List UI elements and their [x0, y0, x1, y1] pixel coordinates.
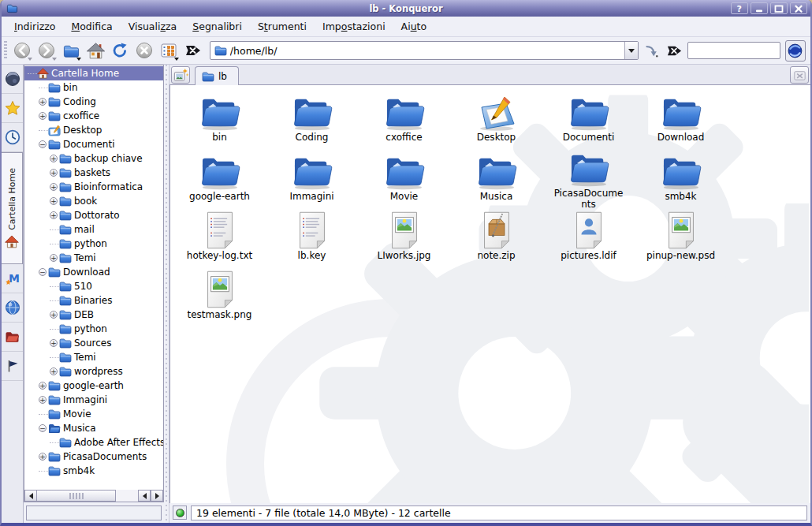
tree-item-bioinformatica[interactable]: +Bioinformatica	[24, 180, 163, 194]
scroll-right-button[interactable]	[151, 490, 163, 502]
file-movie[interactable]: Movie	[358, 149, 450, 208]
file-pictures-ldif[interactable]: pictures.ldif	[542, 208, 635, 267]
sidebar-panel-root-folder[interactable]	[2, 323, 23, 352]
window-minimize-button[interactable]	[751, 2, 768, 14]
tree-item-picasadocuments[interactable]: +PicasaDocuments	[24, 450, 163, 464]
tree-item-musica[interactable]: −Musica	[24, 421, 163, 435]
tree-item-adobe-after-effects-7[interactable]: Adobe After Effects 7	[24, 435, 163, 450]
sidebar-panel-web-sidebar[interactable]	[2, 65, 23, 94]
expander-minus-icon[interactable]: −	[39, 140, 47, 148]
file-musica[interactable]: Musica	[450, 149, 542, 208]
menu-segnalibri[interactable]: Segnalibri	[184, 18, 250, 35]
sidebar-panel-home-folder[interactable]: Cartella Home	[2, 152, 23, 264]
location-input[interactable]	[230, 45, 624, 57]
expander-plus-icon[interactable]: +	[39, 112, 47, 120]
file-coding[interactable]: Coding	[266, 90, 358, 149]
menu-visualizza[interactable]: Visualizza	[121, 18, 185, 35]
file-picasadocuments[interactable]: PicasaDocuments	[542, 149, 635, 208]
tree-item-coding[interactable]: +Coding	[24, 95, 163, 109]
scroll-left-button[interactable]	[24, 490, 37, 502]
file-pinup-new-psd[interactable]: pinup-new.psd	[635, 208, 727, 267]
expander-plus-icon[interactable]: +	[50, 339, 58, 347]
up-button[interactable]	[60, 39, 83, 62]
tree-item-bin[interactable]: bin	[24, 80, 163, 95]
titlebar[interactable]: lb - Konqueror	[2, 0, 810, 17]
tree-item-baskets[interactable]: +baskets	[24, 166, 163, 180]
expander-plus-icon[interactable]: +	[50, 211, 58, 219]
tree-item-temi[interactable]: Temi	[24, 350, 163, 364]
tree-item-desktop[interactable]: Desktop	[24, 123, 163, 137]
expander-plus-icon[interactable]: +	[50, 367, 58, 375]
expander-plus-icon[interactable]: +	[39, 98, 47, 106]
file-google-earth[interactable]: google-earth	[173, 149, 266, 208]
file-immagini[interactable]: Immagini	[266, 149, 358, 208]
tree-item-mail[interactable]: mail	[24, 222, 163, 237]
tree-item-movie[interactable]: Movie	[24, 407, 163, 421]
file-view[interactable]: binCodingcxofficeDesktopDocumentiDownloa…	[169, 85, 810, 503]
tree-item-dottorato[interactable]: +Dottorato	[24, 208, 163, 222]
file-smb4k[interactable]: smb4k	[635, 149, 727, 208]
search-input[interactable]	[687, 42, 780, 59]
expander-plus-icon[interactable]: +	[50, 169, 58, 177]
expander-plus-icon[interactable]: +	[39, 382, 47, 390]
tree-item-immagini[interactable]: +Immagini	[24, 393, 163, 407]
expander-plus-icon[interactable]: +	[39, 396, 47, 404]
scroll-left-button-2[interactable]	[138, 490, 151, 502]
tree-item-book[interactable]: +book	[24, 194, 163, 208]
location-dropdown-button[interactable]	[624, 42, 638, 59]
expander-plus-icon[interactable]: +	[50, 254, 58, 262]
sidebar-panel-services[interactable]	[2, 352, 23, 381]
tree-item-cartella-home[interactable]: Cartella Home	[24, 66, 163, 80]
toolbar-drag-handle[interactable]	[4, 41, 7, 60]
menu-impostazioni[interactable]: Impostazioni	[315, 18, 393, 35]
tree-item-google-earth[interactable]: +google-earth	[24, 379, 163, 393]
window-maximize-button[interactable]	[770, 2, 788, 14]
tree-item-python[interactable]: python	[24, 322, 163, 336]
tree-item-510[interactable]: 510	[24, 279, 163, 293]
expander-minus-icon[interactable]: −	[39, 268, 47, 276]
menu-modifica[interactable]: Modifica	[63, 18, 120, 35]
tree-item-cxoffice[interactable]: +cxoffice	[24, 109, 163, 123]
expander-plus-icon[interactable]: +	[39, 453, 47, 461]
scrollbar-thumb[interactable]	[37, 490, 116, 502]
file-bin[interactable]: bin	[173, 90, 266, 149]
window-help-button[interactable]	[731, 2, 748, 14]
stop-button[interactable]	[133, 39, 156, 62]
tree-item-binaries[interactable]: Binaries	[24, 293, 163, 308]
expander-plus-icon[interactable]: +	[50, 155, 58, 162]
tree-item-python[interactable]: python	[24, 237, 163, 251]
file-testmask-png[interactable]: testmask.png	[173, 267, 266, 326]
search-engine-button[interactable]	[785, 40, 806, 62]
close-tab-button[interactable]	[790, 66, 809, 84]
file-cxoffice[interactable]: cxoffice	[358, 90, 450, 149]
tree-item-temi[interactable]: +Temi	[24, 251, 163, 265]
forward-button[interactable]	[35, 39, 58, 62]
icon-view-mode-button[interactable]	[158, 39, 181, 62]
file-note-zip[interactable]: note.zip	[450, 208, 542, 267]
expander-plus-icon[interactable]: +	[50, 311, 58, 319]
file-download[interactable]: Download	[635, 90, 727, 149]
sidebar-panel-metabar[interactable]	[2, 264, 23, 293]
tree-item-wordpress[interactable]: +wordpress	[24, 364, 163, 379]
tree-item-sources[interactable]: +Sources	[24, 336, 163, 350]
tree-item-deb[interactable]: +DEB	[24, 308, 163, 322]
tree-horizontal-scrollbar[interactable]	[24, 490, 164, 502]
file-documenti[interactable]: Documenti	[542, 90, 635, 149]
new-tab-button[interactable]	[171, 66, 190, 84]
menu-aiuto[interactable]: Aiuto	[393, 18, 435, 35]
panel-splitter[interactable]	[164, 65, 169, 523]
sidebar-panel-history[interactable]	[2, 123, 23, 152]
sidebar-panel-bookmarks[interactable]	[2, 94, 23, 123]
expander-plus-icon[interactable]: +	[50, 183, 58, 191]
window-close-button[interactable]	[790, 2, 807, 14]
file-hotkey-log-txt[interactable]: hotkey-log.txt	[173, 208, 266, 267]
tab-lb[interactable]: lb	[195, 66, 239, 85]
tree-item-documenti[interactable]: −Documenti	[24, 137, 163, 151]
go-button[interactable]	[640, 39, 662, 62]
location-bar[interactable]	[210, 41, 639, 60]
file-lb-key[interactable]: lb.key	[266, 208, 358, 267]
clear-location-button[interactable]	[182, 39, 205, 62]
reload-button[interactable]	[109, 39, 132, 62]
menu-strumenti[interactable]: Strumenti	[250, 18, 315, 35]
expander-minus-icon[interactable]: −	[39, 424, 47, 432]
